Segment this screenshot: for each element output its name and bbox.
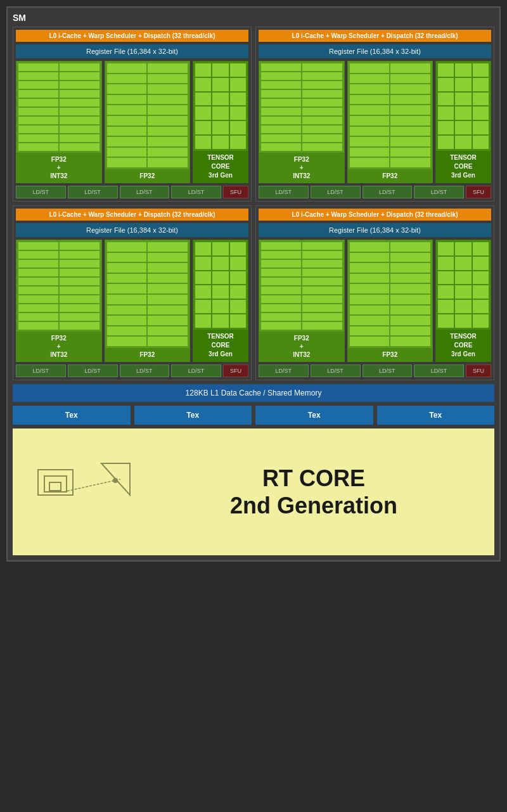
cell [350,105,390,115]
cell [60,134,99,142]
cell [350,284,390,293]
cell [60,295,99,303]
tensor-block-3: TENSORCORE3rd Gen [193,240,248,362]
cell [261,90,301,98]
cell [438,300,454,313]
cell [261,242,301,250]
cell [261,287,301,294]
quadrant-3: L0 i-Cache + Warp Scheduler + Dispatch (… [13,205,252,380]
cell [390,253,430,262]
cell [302,99,342,106]
cell [107,116,147,126]
tex-unit-1: Tex [13,406,131,425]
cell [350,253,390,262]
cell [350,95,390,105]
cell [261,278,301,285]
fp32-int32-label-4: FP32+INT32 [259,332,344,361]
cell [18,108,58,115]
cell [350,242,390,252]
ldst-2-4: LD/ST [414,186,464,198]
tensor-label-3: TENSORCORE3rd Gen [193,330,248,361]
cell [350,127,390,136]
cell [60,278,99,285]
cell [390,274,430,283]
cell [148,242,188,252]
cell [60,322,99,330]
fp32-block-1: FP32 [105,61,191,183]
cell [60,269,99,276]
cell [18,260,58,267]
cell [302,126,342,133]
cell [195,106,211,120]
cell [350,158,390,167]
ldst-4-1: LD/ST [259,364,309,377]
cell [230,242,246,255]
cell [107,95,147,105]
cell [107,158,147,167]
cell [390,105,430,115]
quadrant-1: L0 i-Cache + Warp Scheduler + Dispatch (… [13,27,252,202]
cell [18,287,58,294]
cell [107,326,147,336]
cell [230,121,246,134]
fp32-int32-cells-1 [16,61,101,153]
cell [107,274,147,283]
cell [148,337,188,346]
cell [148,158,188,167]
sfu-1: SFU [223,186,248,198]
cell [473,136,489,149]
cell [230,300,246,313]
cell [390,137,430,146]
rt-core-title-text: RT CORE [262,465,365,491]
cell [230,78,246,91]
cell [148,284,188,293]
cell [350,148,390,157]
fp32-cells-2 [348,61,433,169]
rt-core-area: RT CORE 2nd Generation [13,429,494,555]
cell [18,295,58,303]
ldst-4-2: LD/ST [311,364,361,377]
cell [261,295,301,303]
ldst-1-3: LD/ST [120,186,170,198]
cell [230,285,246,299]
tensor-block-4: TENSORCORE3rd Gen [435,240,491,362]
rt-core-subtitle-text: 2nd Generation [230,493,397,519]
cell [18,269,58,276]
cell [230,257,246,270]
ldst-3-1: LD/ST [16,364,66,377]
bottom-units-2: LD/ST LD/ST LD/ST LD/ST SFU [259,186,491,198]
l0-cache-bar-1: L0 i-Cache + Warp Scheduler + Dispatch (… [16,30,248,42]
fp32-int32-block-4: FP32+INT32 [259,240,345,362]
cell [455,242,471,255]
cell [18,99,58,106]
cell [390,306,430,315]
ldst-1-2: LD/ST [68,186,118,198]
cell [473,78,489,91]
cell [60,287,99,294]
sfu-3: SFU [223,364,248,377]
cell [107,337,147,346]
cell [390,316,430,325]
l0-cache-bar-4: L0 i-Cache + Warp Scheduler + Dispatch (… [259,209,491,221]
cell [390,337,430,346]
cell [302,251,342,259]
cell [212,271,228,285]
cell [18,72,58,80]
cell [60,304,99,312]
cell [438,78,454,91]
cell [107,316,147,325]
cores-area-1: FP32+INT32 [16,61,248,183]
cell [261,143,301,151]
cell [350,137,390,146]
cell [107,127,147,136]
cell [473,257,489,270]
cell [473,93,489,106]
cell [212,300,228,313]
ldst-2-2: LD/ST [311,186,361,198]
cell [390,263,430,273]
cell [302,134,342,142]
bottom-units-4: LD/ST LD/ST LD/ST LD/ST SFU [259,364,491,377]
cell [18,313,58,321]
cell [107,242,147,252]
tensor-label-2: TENSORCORE3rd Gen [436,151,491,183]
